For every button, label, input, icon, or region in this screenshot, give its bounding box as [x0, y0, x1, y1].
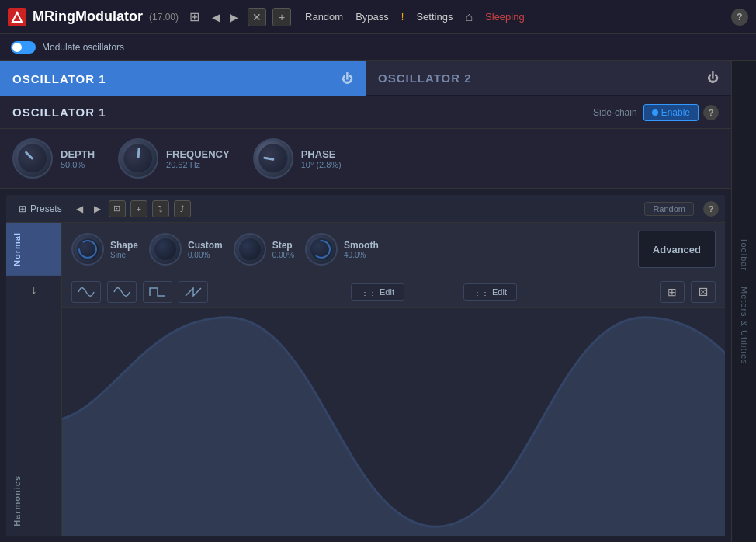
custom-label-group: Custom 0.00%	[188, 240, 223, 259]
app-version: (17.00)	[149, 12, 179, 23]
smooth-name: Smooth	[344, 240, 379, 251]
depth-knob-group: DEPTH 50.0%	[12, 138, 95, 179]
app-title: MRingModulator	[33, 9, 143, 25]
smooth-knob[interactable]	[305, 233, 338, 266]
edit-step-icon: ⋮⋮	[473, 288, 489, 297]
title-bar: MRingModulator (17.00) ⊞ ◀ ▶ ✕ + Random …	[0, 0, 756, 34]
osc2-power-icon[interactable]: ⏻	[707, 71, 719, 84]
svg-marker-0	[12, 12, 22, 22]
presets-button[interactable]: ⊞ Presets	[12, 201, 68, 217]
smooth-value: 40.0%	[344, 251, 379, 259]
panel-import-btn[interactable]: ⤴	[174, 200, 191, 217]
presets-grid-icon: ⊞	[19, 203, 26, 214]
shape-knob[interactable]	[71, 233, 104, 266]
right-sidebar: Toolbar Meters & Utilities	[731, 61, 756, 542]
enable-button[interactable]: Enable	[643, 104, 699, 121]
svg-point-1	[79, 241, 96, 258]
panel-add-btn[interactable]: +	[130, 200, 147, 217]
frequency-value: 20.62 Hz	[166, 160, 230, 169]
step-label-group: Step 0.00%	[272, 240, 294, 259]
phase-value: 10° (2.8%)	[301, 160, 342, 169]
wave-sine2-btn[interactable]	[107, 281, 137, 303]
oscillator-tabs: OSCILLATOR 1 ⏻ OSCILLATOR 2 ⏻	[0, 61, 731, 96]
phase-knob-group: PHASE 10° (2.8%)	[253, 138, 342, 179]
osc-tab-2[interactable]: OSCILLATOR 2 ⏻	[366, 61, 731, 96]
edit-custom-button[interactable]: ⋮⋮ Edit	[351, 283, 404, 301]
settings-menu-item[interactable]: Settings	[416, 11, 453, 23]
wave-sawtooth-btn[interactable]	[179, 281, 208, 303]
toolbar-sidebar-label: Toolbar	[740, 238, 749, 271]
depth-knob[interactable]	[12, 138, 53, 179]
phase-knob[interactable]	[253, 138, 293, 179]
edit-step-button[interactable]: ⋮⋮ Edit	[463, 283, 517, 301]
edit-custom-label: Edit	[380, 287, 394, 297]
sleeping-menu-item[interactable]: Sleeping	[485, 11, 525, 23]
phase-name: PHASE	[301, 148, 342, 160]
dice-button[interactable]: ⚄	[691, 281, 716, 303]
modulate-toggle[interactable]	[11, 41, 36, 54]
frequency-label-group: FREQUENCY 20.62 Hz	[166, 148, 230, 169]
panel-help-button[interactable]: ?	[703, 201, 719, 217]
step-knob[interactable]	[234, 233, 266, 266]
step-name: Step	[272, 240, 294, 251]
edit-step-label: Edit	[492, 287, 507, 297]
harmonics-tab[interactable]: Harmonics	[6, 466, 28, 536]
custom-knob-group: Custom 0.00%	[149, 233, 223, 266]
panel-nav-next[interactable]: ▶	[91, 202, 104, 216]
osc-tab-2-label: OSCILLATOR 2	[378, 71, 472, 85]
nav-prev-button[interactable]: ◀	[209, 9, 224, 25]
osc-tab-1-label: OSCILLATOR 1	[12, 72, 106, 85]
section-title: OSCILLATOR 1	[12, 106, 593, 119]
sidechain-label: Side-chain	[593, 107, 637, 118]
app-logo	[8, 8, 26, 26]
home-icon[interactable]: ⌂	[465, 10, 473, 24]
wave-display	[62, 308, 725, 536]
panel-nav-prev[interactable]: ◀	[73, 202, 86, 216]
random-menu-item[interactable]: Random	[305, 11, 343, 23]
panel-random-button[interactable]: Random	[644, 202, 694, 216]
wave-sine-btn[interactable]	[71, 281, 101, 303]
shape-label-group: Shape Sine	[110, 240, 138, 259]
frequency-knob[interactable]	[118, 138, 158, 179]
depth-name: DEPTH	[61, 148, 95, 160]
shape-knob-group: Shape Sine	[71, 233, 138, 266]
wave-square-btn[interactable]	[143, 281, 172, 303]
section-help-button[interactable]: ?	[703, 105, 719, 120]
help-button[interactable]: ?	[731, 9, 748, 26]
grid-view-button[interactable]: ⊞	[660, 281, 685, 303]
shape-controls: Shape Sine Custom 0.00%	[62, 223, 725, 276]
modulate-label: Modulate oscillators	[42, 42, 124, 53]
custom-knob[interactable]	[149, 233, 182, 266]
grid-icon[interactable]: ⊞	[189, 9, 199, 24]
vert-tabs-bottom: Harmonics	[6, 466, 61, 536]
nav-next-button[interactable]: ▶	[227, 9, 241, 25]
warn-menu-item[interactable]: !	[401, 11, 404, 23]
close-icon-btn[interactable]: ✕	[248, 8, 266, 26]
custom-name: Custom	[188, 240, 223, 251]
shape-value: Sine	[110, 251, 138, 259]
depth-label-group: DEPTH 50.0%	[61, 148, 95, 169]
osc1-power-icon[interactable]: ⏻	[342, 72, 353, 85]
advanced-button[interactable]: Advanced	[638, 231, 716, 268]
panel-resize-btn[interactable]: ⊡	[109, 200, 126, 217]
phase-label-group: PHASE 10° (2.8%)	[301, 148, 342, 169]
smooth-knob-group: Smooth 40.0%	[305, 233, 379, 266]
vert-tab-down-arrow[interactable]: ↓	[6, 276, 61, 304]
title-menu: Random Bypass ! Settings ⌂ Sleeping	[305, 10, 525, 24]
enable-label: Enable	[661, 107, 690, 118]
bypass-menu-item[interactable]: Bypass	[355, 11, 389, 23]
osc-tab-1[interactable]: OSCILLATOR 1 ⏻	[0, 61, 366, 96]
section-header: OSCILLATOR 1 Side-chain Enable ?	[0, 96, 731, 129]
inner-panel: ⊞ Presets ◀ ▶ ⊡ + ⤵ ⤴ Random ? Normal ↓	[6, 195, 725, 536]
smooth-label-group: Smooth 40.0%	[344, 240, 379, 259]
presets-label: Presets	[30, 203, 62, 214]
plus-icon-btn[interactable]: +	[272, 8, 291, 26]
frequency-name: FREQUENCY	[166, 148, 230, 160]
wave-row: ⋮⋮ Edit ⋮⋮ Edit ⊞ ⚄	[62, 276, 725, 308]
meters-sidebar-label: Meters & Utilities	[740, 287, 749, 365]
controls-panel: Shape Sine Custom 0.00%	[62, 223, 725, 536]
panel-export-btn[interactable]: ⤵	[152, 200, 169, 217]
shape-name: Shape	[110, 240, 138, 251]
normal-tab[interactable]: Normal	[6, 223, 61, 276]
modulate-bar: Modulate oscillators	[0, 34, 756, 61]
